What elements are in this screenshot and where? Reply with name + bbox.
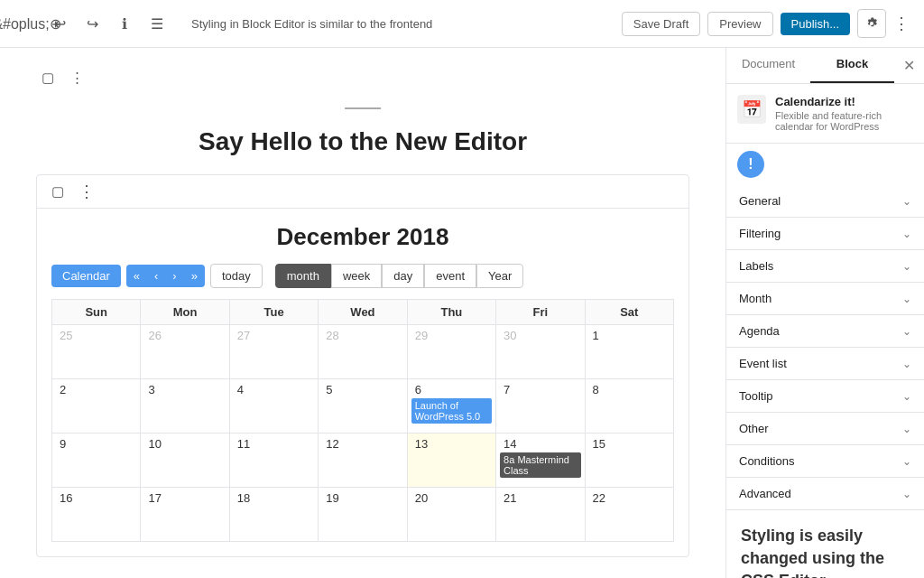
chevron-down-icon: ⌄ [902,228,911,240]
accordion-item[interactable]: Conditions ⌄ [726,445,924,478]
accordion-header-other[interactable]: Other ⌄ [726,413,924,444]
table-row: 20 [407,488,495,542]
accordion-item[interactable]: Other ⌄ [726,413,924,445]
right-panel-tabs: Document Block ✕ [726,48,924,84]
table-row: 9 [52,434,141,488]
accordion-item[interactable]: Month ⌄ [726,283,924,315]
table-row: 2 [52,379,141,434]
accordion-item[interactable]: Advanced ⌄ [726,478,924,510]
toolbar-right: Save Draft Preview Publish... ⋮ [622,9,910,38]
save-draft-button[interactable]: Save Draft [622,12,700,36]
block-options-button[interactable]: ⋮ [65,66,89,89]
tab-document[interactable]: Document [726,48,810,83]
plugin-icon: 📅 [737,95,766,124]
table-row: 148a Mastermind Class [496,434,585,488]
undo-button[interactable]: ↩ [47,11,72,36]
chevron-down-icon: ⌄ [902,293,911,305]
table-row: 18 [229,488,318,542]
table-row: 7 [496,379,585,434]
view-event-button[interactable]: event [424,264,476,288]
view-day-button[interactable]: day [382,264,424,288]
table-row: 21 [496,488,585,542]
table-row: 28 [319,325,407,379]
view-week-button[interactable]: week [331,264,382,288]
cal-block-view-btn[interactable]: ▢ [46,181,69,202]
accordion-header-event list[interactable]: Event list ⌄ [726,348,924,379]
calendar-arrows: « ‹ › » [126,265,205,287]
editor-area: ▢ ⋮ Say Hello to the New Editor ▢ ⋮ Dece… [0,48,725,578]
table-row: 17 [141,488,229,542]
block-separator [345,107,381,109]
table-row: 11 [229,434,318,488]
calendar-month-title: December 2018 [51,223,674,251]
table-row: 29 [407,325,495,379]
info-button[interactable]: ℹ [112,11,137,36]
accordion-header-conditions[interactable]: Conditions ⌄ [726,445,924,477]
accordion-item[interactable]: Filtering ⌄ [726,218,924,250]
top-bar: &#oplus;⊕ ↩ ↪ ℹ ☰ Styling in Block Edito… [0,0,924,48]
view-month-button[interactable]: month [275,264,331,288]
preview-button[interactable]: Preview [707,12,772,36]
accordion-header-general[interactable]: General ⌄ [726,185,924,217]
page-description: Styling in Block Editor is similar to th… [191,17,432,31]
calendar-last-arrow[interactable]: » [184,265,205,287]
col-tue: Tue [229,300,318,325]
col-wed: Wed [319,300,407,325]
chevron-down-icon: ⌄ [902,325,911,338]
info-badge: ! [737,151,764,178]
accordion-header-agenda[interactable]: Agenda ⌄ [726,315,924,347]
calendar-next-arrow[interactable]: › [165,265,183,287]
table-row: 30 [496,325,585,379]
accordion-container: General ⌄ Filtering ⌄ Labels ⌄ Month ⌄ A… [726,185,924,510]
chevron-down-icon: ⌄ [902,455,911,468]
calendar-inner: December 2018 Calendar « ‹ › » today mon… [37,209,688,556]
calendar-block: ▢ ⋮ December 2018 Calendar « ‹ › » today… [36,174,689,557]
table-row: 8 [585,379,673,434]
table-row: 12 [319,434,407,488]
chevron-down-icon: ⌄ [902,390,911,403]
accordion-item[interactable]: Event list ⌄ [726,348,924,380]
accordion-header-labels[interactable]: Labels ⌄ [726,250,924,282]
table-row: 6Launch of WordPress 5.0 [407,379,495,434]
table-row: 27 [229,325,318,379]
plugin-title: Calendarize it! [775,95,913,108]
calendar-button[interactable]: Calendar [51,265,121,287]
view-year-button[interactable]: Year [476,264,523,288]
plugin-header: 📅 Calendarize it! Flexible and feature-r… [726,84,924,144]
publish-button[interactable]: Publish... [781,13,850,35]
block-view-button[interactable]: ▢ [36,66,60,89]
table-row: 3 [141,379,229,434]
table-row: 4 [229,379,318,434]
add-block-button[interactable]: &#oplus;⊕ [14,11,40,36]
calendar-block-toolbar: ▢ ⋮ [37,175,688,209]
accordion-header-advanced[interactable]: Advanced ⌄ [726,478,924,509]
table-row: 16 [52,488,141,542]
calendar-prev-arrow[interactable]: ‹ [147,265,165,287]
tab-block[interactable]: Block [810,48,894,83]
col-mon: Mon [141,300,229,325]
accordion-header-filtering[interactable]: Filtering ⌄ [726,218,924,249]
settings-button[interactable] [857,9,886,38]
table-row: 5 [319,379,407,434]
table-row: 13 [407,434,495,488]
calendar-nav-row: Calendar « ‹ › » today month week day ev… [51,264,674,288]
accordion-header-tooltip[interactable]: Tooltip ⌄ [726,380,924,412]
calendar-grid: Sun Mon Tue Wed Thu Fri Sat 252627282930… [51,299,674,542]
accordion-item[interactable]: Tooltip ⌄ [726,380,924,413]
calendar-first-arrow[interactable]: « [126,265,147,287]
redo-button[interactable]: ↪ [79,11,105,36]
accordion-item[interactable]: General ⌄ [726,185,924,218]
calendar-today-button[interactable]: today [210,264,263,288]
table-row: 22 [585,488,673,542]
bottom-text: Styling is easily changed using the CSS … [726,510,924,578]
table-row: 1 [585,325,673,379]
col-thu: Thu [407,300,495,325]
list-view-button[interactable]: ☰ [144,11,170,36]
cal-block-dots-btn[interactable]: ⋮ [79,182,95,201]
accordion-item[interactable]: Labels ⌄ [726,250,924,283]
panel-close-button[interactable]: ✕ [894,48,924,83]
accordion-header-month[interactable]: Month ⌄ [726,283,924,314]
more-options-button[interactable]: ⋮ [893,14,910,33]
accordion-item[interactable]: Agenda ⌄ [726,315,924,348]
col-sun: Sun [52,300,141,325]
